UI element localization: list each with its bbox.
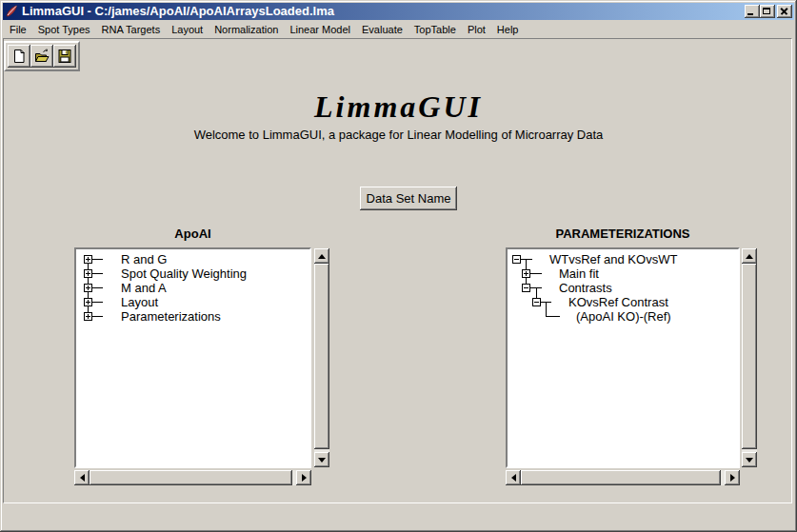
close-button[interactable] <box>777 5 792 18</box>
save-file-button[interactable] <box>53 45 76 68</box>
open-file-button[interactable] <box>30 45 53 68</box>
arrow-down-icon <box>746 458 753 463</box>
tree-item-contrasts[interactable]: Contrasts <box>559 281 612 295</box>
left-tree[interactable]: R and G Spot Quality Weighting M and A L… <box>74 247 311 468</box>
menu-plot[interactable]: Plot <box>462 22 491 37</box>
menu-toptable[interactable]: TopTable <box>408 22 462 37</box>
arrow-left-icon <box>511 474 516 482</box>
arrow-up-icon <box>318 254 326 259</box>
left-tree-horizontal-scrollbar[interactable] <box>74 470 311 485</box>
expand-plus-icon[interactable] <box>84 284 92 292</box>
tree-item-r-and-g[interactable]: R and G <box>121 252 167 266</box>
collapse-minus-icon[interactable] <box>532 298 541 306</box>
new-document-icon <box>11 49 27 64</box>
tree-item-kovsref-contrast[interactable]: KOvsRef Contrast <box>568 295 668 309</box>
expand-plus-icon[interactable] <box>522 269 530 278</box>
arrow-down-icon <box>318 458 326 463</box>
left-tree-canvas: R and G Spot Quality Weighting M and A L… <box>76 249 309 466</box>
app-window: LimmaGUI - C:/james/ApoAI/ApoAIArraysLoa… <box>0 0 797 532</box>
tree-connector-line <box>92 316 103 317</box>
title-bar[interactable]: LimmaGUI - C:/james/ApoAI/ApoAIArraysLoa… <box>3 3 794 20</box>
scroll-left-button[interactable] <box>74 470 90 485</box>
menu-file[interactable]: File <box>4 22 32 37</box>
expand-plus-icon[interactable] <box>84 312 92 321</box>
tree-item-m-and-a[interactable]: M and A <box>121 281 167 295</box>
arrow-right-icon <box>302 474 307 482</box>
right-tree[interactable]: WTvsRef and KOvsWT Main fit Contrasts KO… <box>506 247 740 468</box>
scroll-down-button[interactable] <box>314 452 329 467</box>
tree-connector-line <box>92 287 103 288</box>
status-strip <box>3 504 794 529</box>
menu-rna-targets[interactable]: RNA Targets <box>96 22 167 37</box>
expand-plus-icon[interactable] <box>84 255 92 264</box>
window-controls <box>745 5 792 18</box>
right-tree-header: PARAMETERIZATIONS <box>506 227 740 242</box>
toolbar <box>4 41 80 71</box>
scroll-right-button[interactable] <box>725 470 740 485</box>
minimize-button[interactable] <box>745 5 760 18</box>
new-file-button[interactable] <box>8 45 30 68</box>
scroll-right-button[interactable] <box>296 470 311 485</box>
scrollbar-thumb[interactable] <box>90 470 292 485</box>
tree-item-layout[interactable]: Layout <box>121 295 158 309</box>
page-title: LimmaGUI <box>0 89 797 125</box>
scrollbar-thumb[interactable] <box>742 264 757 449</box>
tree-connector-line <box>546 302 547 317</box>
scrollbar-thumb[interactable] <box>521 470 721 485</box>
expand-plus-icon[interactable] <box>84 269 92 278</box>
left-tree-vertical-scrollbar[interactable] <box>314 248 329 467</box>
left-tree-header: ApoAI <box>74 227 311 242</box>
tree-connector-line <box>92 259 103 260</box>
scroll-down-button[interactable] <box>742 452 757 467</box>
tree-connector-line <box>92 302 103 303</box>
save-floppy-icon <box>57 49 72 64</box>
tree-connector-line <box>546 316 560 317</box>
collapse-minus-icon[interactable] <box>512 255 521 264</box>
arrow-left-icon <box>80 474 85 482</box>
tree-item-wtvsref-and-kovswt[interactable]: WTvsRef and KOvsWT <box>549 252 677 266</box>
tree-connector-line <box>530 273 542 274</box>
arrow-right-icon <box>730 474 735 482</box>
menu-linear-model[interactable]: Linear Model <box>284 22 356 37</box>
tree-item-main-fit[interactable]: Main fit <box>559 266 599 281</box>
data-set-name-button[interactable]: Data Set Name <box>360 187 457 210</box>
tree-item-parameterizations[interactable]: Parameterizations <box>121 309 221 324</box>
menu-layout[interactable]: Layout <box>166 22 209 37</box>
maximize-button[interactable] <box>760 5 775 18</box>
tree-item-spot-quality-weighting[interactable]: Spot Quality Weighting <box>121 266 247 281</box>
menu-help[interactable]: Help <box>491 22 525 37</box>
minimize-icon <box>747 13 753 15</box>
right-tree-canvas: WTvsRef and KOvsWT Main fit Contrasts KO… <box>508 249 738 466</box>
collapse-minus-icon[interactable] <box>522 284 530 292</box>
right-tree-vertical-scrollbar[interactable] <box>742 248 757 467</box>
tree-connector-line <box>92 273 103 274</box>
menu-bar: File Spot Types RNA Targets Layout Norma… <box>4 21 793 38</box>
toolbar-inner <box>5 42 79 70</box>
tree-item-apoai-ko-ref[interactable]: (ApoAI KO)-(Ref) <box>576 309 671 324</box>
scroll-up-button[interactable] <box>742 248 757 264</box>
right-tree-horizontal-scrollbar[interactable] <box>506 470 740 485</box>
open-folder-icon <box>34 49 50 64</box>
menu-evaluate[interactable]: Evaluate <box>356 22 408 37</box>
maximize-icon <box>763 8 770 14</box>
tree-connector-line <box>521 259 532 260</box>
expand-plus-icon[interactable] <box>84 298 92 306</box>
feather-icon <box>5 5 18 18</box>
menu-spot-types[interactable]: Spot Types <box>32 22 96 37</box>
scrollbar-thumb[interactable] <box>314 264 329 449</box>
welcome-text: Welcome to LimmaGUI, a package for Linea… <box>0 128 797 142</box>
menu-normalization[interactable]: Normalization <box>209 22 284 37</box>
scroll-up-button[interactable] <box>314 248 329 264</box>
arrow-up-icon <box>746 254 753 259</box>
window-title: LimmaGUI - C:/james/ApoAI/ApoAIArraysLoa… <box>22 3 334 20</box>
scroll-left-button[interactable] <box>506 470 521 485</box>
